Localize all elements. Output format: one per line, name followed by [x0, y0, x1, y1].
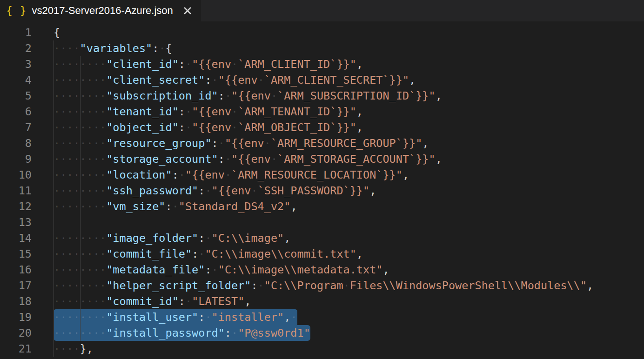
code-token: "helper_script_folder" — [106, 279, 251, 292]
line-number[interactable]: 10 — [0, 167, 32, 183]
code-token: { — [166, 42, 172, 55]
line-number[interactable]: 16 — [0, 262, 32, 278]
line-number[interactable]: 11 — [0, 183, 32, 199]
code-line-content[interactable]: ········"client_id":·"{{env·`ARM_CLIENT_… — [32, 56, 644, 72]
code-token: "{{env — [225, 137, 264, 150]
line-number[interactable]: 18 — [0, 293, 32, 309]
line-number[interactable]: 6 — [0, 104, 32, 120]
json-file-icon: { } — [6, 0, 27, 21]
tab-title: vs2017-Server2016-Azure.json — [32, 5, 173, 17]
code-line[interactable]: 16········"metadata_file":·"C:\\image\\m… — [0, 262, 644, 278]
code-token: "{{env — [192, 58, 231, 71]
code-line-content[interactable]: ········"storage_account":·"{{env·`ARM_S… — [32, 151, 644, 167]
code-token: "{{env — [192, 105, 231, 118]
code-token: "installer" — [212, 311, 284, 324]
line-number[interactable]: 5 — [0, 88, 32, 104]
code-line[interactable]: 7········"object_id":·"{{env·`ARM_OBJECT… — [0, 120, 644, 135]
code-line[interactable]: 5········"subscription_id":·"{{env·`ARM_… — [0, 88, 644, 104]
code-editor[interactable]: 1{2····"variables":·{3········"client_id… — [0, 21, 644, 359]
code-line-content[interactable]: ········"commit_file":·"C:\\image\\commi… — [32, 246, 644, 262]
code-line[interactable]: 18········"commit_id":·"LATEST", — [0, 293, 644, 309]
code-line-content[interactable]: ········"vm_size":·"Standard_DS4_v2", — [32, 199, 644, 214]
whitespace-dots: · — [290, 311, 297, 324]
code-line[interactable]: 14········"image_folder":·"C:\\image", — [0, 230, 644, 246]
whitespace-dots: · — [212, 73, 218, 86]
close-icon[interactable] — [181, 5, 194, 17]
line-number[interactable]: 14 — [0, 230, 32, 246]
whitespace-dots: · — [205, 184, 211, 197]
line-number[interactable]: 15 — [0, 246, 32, 262]
line-number[interactable]: 3 — [0, 56, 32, 72]
whitespace-dots: · — [264, 137, 271, 150]
code-token: `ARM_CLIENT_ID`}}" — [238, 58, 356, 71]
code-line-content[interactable]: { — [32, 25, 644, 40]
indent-guide — [54, 40, 54, 357]
code-line-content[interactable]: ········"ssh_password":·"{{env·`SSH_PASS… — [32, 183, 644, 199]
code-line[interactable]: 10········"location":·"{{env·`ARM_RESOUR… — [0, 167, 644, 183]
line-number[interactable]: 1 — [0, 25, 32, 40]
code-line[interactable]: 12········"vm_size":·"Standard_DS4_v2", — [0, 199, 644, 214]
code-line[interactable]: 11········"ssh_password":·"{{env·`SSH_PA… — [0, 183, 644, 199]
code-line-content[interactable] — [32, 214, 644, 230]
code-line[interactable]: 4········"client_secret":·"{{env·`ARM_CL… — [0, 72, 644, 88]
code-line[interactable]: 13 — [0, 214, 644, 230]
line-number[interactable]: 12 — [0, 199, 32, 214]
line-number[interactable]: 8 — [0, 135, 32, 151]
code-line-content[interactable]: ········"install_user":·"installer",· — [32, 309, 644, 325]
line-number[interactable]: 4 — [0, 72, 32, 88]
code-token: , — [284, 311, 290, 324]
code-line-content[interactable]: ········"client_secret":·"{{env·`ARM_CLI… — [32, 72, 644, 88]
line-number[interactable]: 13 — [0, 214, 32, 230]
code-line[interactable]: 9········"storage_account":·"{{env·`ARM_… — [0, 151, 644, 167]
code-line[interactable]: 1{ — [0, 25, 644, 40]
code-token: : — [218, 89, 225, 102]
whitespace-dots: · — [231, 326, 238, 339]
code-line[interactable]: 8········"resource_group":·"{{env·`ARM_R… — [0, 135, 644, 151]
code-line-content[interactable]: ········"image_folder":·"C:\\image", — [32, 230, 644, 246]
code-line-content[interactable]: ········"install_password":·"P@ssw0rd1" — [32, 325, 644, 341]
line-number[interactable]: 9 — [0, 151, 32, 167]
line-number[interactable]: 20 — [0, 325, 32, 341]
code-lines: 1{2····"variables":·{3········"client_id… — [0, 25, 644, 357]
line-number[interactable]: 19 — [0, 309, 32, 325]
code-token: : — [205, 263, 211, 276]
whitespace-dots: · — [251, 184, 257, 197]
code-line-content[interactable]: ····}, — [32, 341, 644, 357]
code-token: : — [179, 121, 185, 134]
code-token: "{{env — [231, 89, 271, 102]
code-token: , — [290, 200, 297, 213]
code-line-content[interactable]: ········"commit_id":·"LATEST", — [32, 293, 644, 309]
indent-guide — [80, 56, 80, 341]
code-token: "P@ssw0rd1" — [238, 326, 310, 339]
line-number[interactable]: 17 — [0, 278, 32, 293]
code-line-content[interactable]: ········"object_id":·"{{env·`ARM_OBJECT_… — [32, 120, 644, 135]
code-line[interactable]: 21····}, — [0, 341, 644, 357]
code-line-content[interactable]: ········"helper_script_folder":·"C:\\Pro… — [32, 278, 644, 293]
code-line[interactable]: 2····"variables":·{ — [0, 40, 644, 56]
code-line[interactable]: 19········"install_user":·"installer",· — [0, 309, 644, 325]
line-number[interactable]: 2 — [0, 40, 32, 56]
code-token: Files\\WindowsPowerShell\\Modules\\" — [350, 279, 587, 292]
tab-vs2017-server2016-azure[interactable]: { } vs2017-Server2016-Azure.json — [0, 0, 201, 21]
code-line-content[interactable]: ········"metadata_file":·"C:\\image\\met… — [32, 262, 644, 278]
code-line-content[interactable]: ····"variables":·{ — [32, 40, 644, 56]
code-line[interactable]: 6········"tenant_id":·"{{env·`ARM_TENANT… — [0, 104, 644, 120]
code-line[interactable]: 17········"helper_script_folder":·"C:\\P… — [0, 278, 644, 293]
code-line-content[interactable]: ········"resource_group":·"{{env·`ARM_RE… — [32, 135, 644, 151]
whitespace-dots: · — [185, 121, 192, 134]
line-number[interactable]: 21 — [0, 341, 32, 357]
code-line-content[interactable]: ········"tenant_id":·"{{env·`ARM_TENANT_… — [32, 104, 644, 120]
code-line[interactable]: 15········"commit_file":·"C:\\image\\com… — [0, 246, 644, 262]
code-token: "client_id" — [106, 58, 179, 71]
code-token: , — [422, 137, 429, 150]
code-line[interactable]: 20········"install_password":·"P@ssw0rd1… — [0, 325, 644, 341]
code-line-content[interactable]: ········"location":·"{{env·`ARM_RESOURCE… — [32, 167, 644, 183]
code-line[interactable]: 3········"client_id":·"{{env·`ARM_CLIENT… — [0, 56, 644, 72]
line-number[interactable]: 7 — [0, 120, 32, 135]
code-line-content[interactable]: ········"subscription_id":·"{{env·`ARM_S… — [32, 88, 644, 104]
code-token: "{{env — [212, 184, 251, 197]
whitespace-dots: · — [159, 42, 165, 55]
code-token: `ARM_RESOURCE_GROUP`}}" — [271, 137, 422, 150]
whitespace-dots: · — [212, 263, 218, 276]
whitespace-dots: · — [185, 295, 192, 308]
